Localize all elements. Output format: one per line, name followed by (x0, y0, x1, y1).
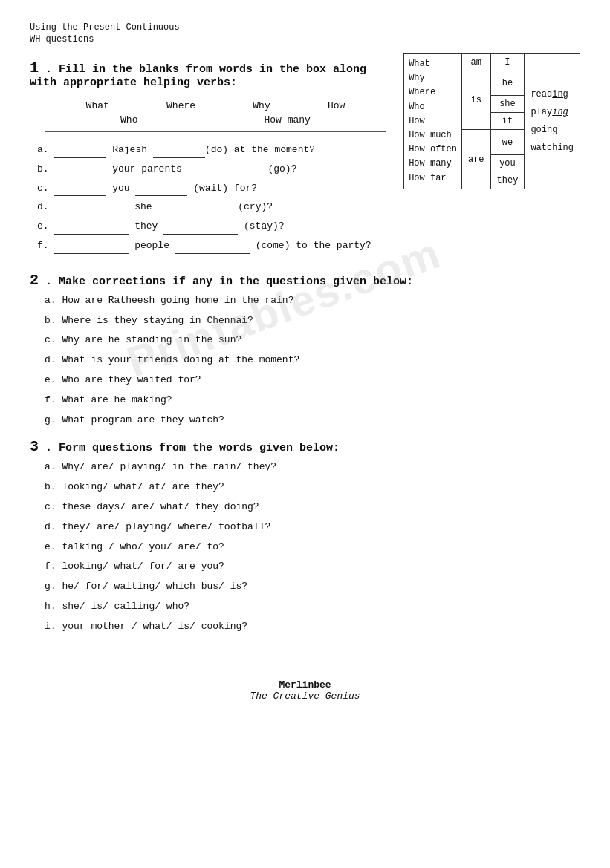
list-item: c. Why are he standing in the sun? (45, 333, 580, 348)
list-item: d. What is your friends doing at the mom… (45, 353, 580, 368)
footer: Merlinbee The Creative Genius (30, 679, 580, 702)
word-box: What Where Why How Who How many (45, 94, 386, 132)
blank (54, 244, 129, 254)
blank (158, 205, 232, 215)
word-how-many: How many (265, 114, 311, 125)
section3-list: a. Why/ are/ playing/ in the rain/ they?… (45, 460, 580, 634)
pronoun-she: she (490, 96, 525, 113)
list-item: e. they (stay)? (37, 219, 389, 235)
section1-dot: . (45, 63, 59, 76)
list-item: b. your parents (go)? (37, 162, 389, 177)
pronoun-we: we (490, 130, 525, 154)
list-item: e. talking / who/ you/ are/ to? (45, 540, 580, 555)
section1-list: a. Rajesh (do) at the moment? b. your pa… (37, 143, 389, 254)
section3-number: 3 (30, 438, 39, 455)
pronoun-they: they (490, 172, 525, 189)
blank (54, 186, 106, 196)
list-item: b. looking/ what/ at/ are they? (45, 480, 580, 495)
header-title: Using the Present Continuous (30, 22, 580, 33)
reference-table: WhatWhyWhereWhoHowHow muchHow oftenHow m… (403, 53, 580, 189)
section2-instruction: Make corrections if any in the questions… (59, 275, 413, 288)
section1-heading: 1 . Fill in the blanks from words in the… (30, 59, 389, 89)
header-subtitle: WH questions (30, 34, 580, 45)
section3-dot: . (45, 442, 59, 454)
list-item: e. Who are they waited for? (45, 373, 580, 388)
list-item: a. How are Ratheesh going home in the ra… (45, 293, 580, 309)
list-item: b. Where is they staying in Chennai? (45, 313, 580, 329)
blank (54, 167, 106, 177)
word-how: How (328, 100, 345, 111)
blank (175, 244, 250, 254)
list-item: i. your mother / what/ is/ cooking? (45, 619, 580, 635)
list-item: f. What are he making? (45, 393, 580, 408)
list-item: g. What program are they watch? (45, 413, 580, 428)
list-item: d. she (cry)? (37, 200, 389, 215)
blank (188, 167, 262, 177)
word-who: Who (120, 114, 137, 125)
helper-are: are (461, 130, 490, 189)
section1-number: 1 (30, 59, 39, 76)
pronoun-you: you (490, 154, 525, 172)
pronoun-he: he (490, 71, 525, 96)
pronoun-it: it (490, 113, 525, 130)
section3-instruction: Form questions from the words given belo… (59, 442, 340, 454)
word-why: Why (253, 100, 270, 111)
list-item: f. looking/ what/ for/ are you? (45, 559, 580, 575)
word-box-row2: Who How many (57, 114, 374, 125)
list-item: f. people (come) to the party? (37, 238, 389, 254)
footer-subtitle: The Creative Genius (30, 691, 580, 702)
word-what: What (86, 100, 109, 111)
section2-dot: . (45, 275, 59, 288)
blank (54, 205, 129, 215)
footer-name: Merlinbee (30, 679, 580, 691)
word-box-row1: What Where Why How (57, 100, 374, 111)
list-item: d. they/ are/ playing/ where/ football? (45, 520, 580, 535)
pronoun-i: I (490, 54, 525, 71)
section1-instruction: Fill in the blanks from words in the box… (30, 63, 366, 89)
list-item: a. Rajesh (do) at the moment? (37, 143, 389, 158)
blank (153, 148, 205, 158)
helper-am: am (461, 54, 490, 71)
wh-words-cell: WhatWhyWhereWhoHowHow muchHow oftenHow m… (404, 54, 462, 189)
list-item: c. these days/ are/ what/ they doing? (45, 500, 580, 515)
helper-is: is (461, 71, 490, 130)
section2-list: a. How are Ratheesh going home in the ra… (45, 293, 580, 428)
section2-heading: 2 . Make corrections if any in the quest… (30, 272, 580, 289)
blank (135, 186, 187, 196)
section2-number: 2 (30, 272, 39, 289)
list-item: h. she/ is/ calling/ who? (45, 599, 580, 615)
blank (54, 224, 129, 235)
verbs-cell: reading playing going watching (525, 54, 580, 189)
list-item: a. Why/ are/ playing/ in the rain/ they? (45, 460, 580, 475)
list-item: c. you (wait) for? (37, 181, 389, 197)
list-item: g. he/ for/ waiting/ which bus/ is? (45, 579, 580, 595)
blank (163, 224, 238, 235)
blank (54, 148, 106, 158)
section3-heading: 3 . Form questions from the words given … (30, 438, 580, 455)
word-where: Where (166, 100, 195, 111)
